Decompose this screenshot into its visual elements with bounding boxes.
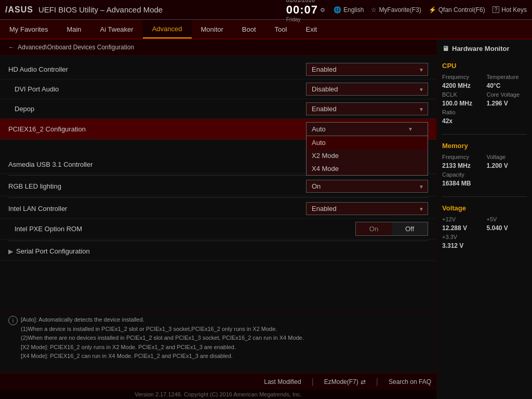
hotkeys-tool[interactable]: ? Hot Keys — [493, 6, 527, 14]
info-line-1: [Auto]: Automatically detects the device… — [21, 315, 304, 325]
hw-section-voltage-title: Voltage — [442, 204, 527, 212]
hw-section-cpu-title: CPU — [442, 62, 527, 70]
hw-voltage-grid: +12V +5V 12.288 V 5.040 V +3.3V 3.312 V — [442, 216, 527, 249]
setting-serial-port[interactable]: ▶ Serial Port Configuration — [0, 242, 436, 261]
separator-3 — [8, 241, 428, 241]
search-faq-item[interactable]: Search on FAQ — [389, 378, 431, 385]
hw-mem-cap-value: 16384 MB — [442, 180, 483, 187]
main-nav: My Favorites Main Ai Tweaker Advanced Mo… — [0, 20, 532, 39]
hw-memory-grid: Frequency Voltage 2133 MHz 1.200 V Capac… — [442, 154, 527, 187]
hw-cpu-temp-value: 40°C — [487, 82, 527, 89]
qfan-label: Qfan Control(F6) — [438, 6, 485, 14]
setting-pciex16-config[interactable]: PCIEX16_2 Configuration Auto Auto X2 Mod… — [0, 119, 436, 140]
setting-control-dvi-port-audio: Disabled Enabled — [306, 83, 428, 96]
setting-control-pciex16-config: Auto Auto X2 Mode X4 Mode — [306, 122, 428, 136]
ez-mode-icon: ⇄ — [361, 378, 366, 385]
hw-cpu-bclk-label: BCLK — [442, 91, 483, 98]
separator-2 — [8, 197, 428, 198]
dropdown-dvi-port-audio[interactable]: Disabled Enabled — [306, 83, 428, 96]
dropdown-rgb-led[interactable]: On Off — [306, 180, 428, 193]
setting-intel-lan[interactable]: Intel LAN Controller Enabled Disabled — [0, 199, 436, 219]
last-modified-item: Last Modified — [264, 378, 301, 385]
last-modified-label: Last Modified — [264, 378, 301, 385]
toggle-btn-off[interactable]: Off — [392, 222, 428, 235]
nav-item-monitor[interactable]: Monitor — [192, 20, 233, 38]
dropdown-select-hd-audio[interactable]: Enabled Disabled — [306, 63, 428, 76]
favorite-label: MyFavorite(F3) — [379, 6, 421, 14]
bottom-bar: Last Modified | EzMode(F7) ⇄ | Search on… — [0, 373, 436, 390]
settings-icon[interactable]: ⚙ — [320, 7, 325, 14]
hotkeys-icon: ? — [493, 6, 500, 13]
nav-item-boot[interactable]: Boot — [233, 20, 265, 38]
dropdown-depop[interactable]: Enabled Disabled — [306, 102, 428, 115]
search-faq-label: Search on FAQ — [389, 378, 431, 385]
hw-v12-value: 12.288 V — [442, 224, 483, 232]
hw-cpu-corevolt-value: 1.296 V — [487, 100, 527, 107]
dropdown-hd-audio[interactable]: Enabled Disabled — [306, 63, 428, 76]
dropdown-select-rgb-led[interactable]: On Off — [306, 180, 428, 193]
setting-label-pciex16-config: PCIEX16_2 Configuration — [8, 125, 306, 133]
nav-item-main[interactable]: Main — [57, 20, 90, 38]
bottom-bar-divider-1: | — [312, 377, 314, 387]
setting-hd-audio[interactable]: HD Audio Controller Enabled Disabled — [0, 60, 436, 79]
dropdown-option-x4[interactable]: X4 Mode — [307, 162, 428, 175]
setting-dvi-port-audio[interactable]: DVI Port Audio Disabled Enabled — [0, 79, 436, 99]
dropdown-select-dvi-port-audio[interactable]: Disabled Enabled — [306, 83, 428, 96]
setting-label-intel-lan: Intel LAN Controller — [8, 205, 306, 212]
nav-item-advanced[interactable]: Advanced — [143, 20, 192, 38]
qfan-tool[interactable]: ⚡ Qfan Control(F6) — [429, 6, 485, 14]
toggle-intel-pxe: On Off — [355, 222, 428, 236]
setting-label-serial-port: Serial Port Configuration — [16, 247, 428, 255]
dropdown-option-auto[interactable]: Auto — [307, 136, 428, 149]
info-text: [Auto]: Automatically detects the device… — [21, 315, 304, 361]
hw-cpu-ratio-spacer — [487, 109, 527, 115]
hw-cpu-freq-label: Frequency — [442, 74, 483, 80]
datetime-block: 01/01/2016 00:07 ⚙ Friday — [286, 0, 325, 22]
setting-rgb-led[interactable]: RGB LED lighting On Off — [0, 177, 436, 196]
ez-mode-item[interactable]: EzMode(F7) ⇄ — [324, 378, 366, 385]
info-panel: i [Auto]: Automatically detects the devi… — [0, 311, 436, 373]
main-panel: ← Advanced\Onboard Devices Configuration… — [0, 39, 436, 399]
qfan-icon: ⚡ — [429, 6, 436, 14]
hw-mem-freq-value: 2133 MHz — [442, 162, 483, 169]
setting-label-hd-audio: HD Audio Controller — [8, 65, 306, 73]
nav-item-my-favorites[interactable]: My Favorites — [0, 20, 57, 38]
nav-item-ai-tweaker[interactable]: Ai Tweaker — [91, 20, 143, 38]
language-tool[interactable]: 🌐 English — [334, 6, 364, 14]
setting-control-rgb-led: On Off — [306, 180, 428, 193]
dropdown-open-btn-pciex16[interactable]: Auto — [306, 122, 428, 136]
info-line-3: (2)When there are no devices installed i… — [21, 334, 304, 343]
setting-intel-pxe[interactable]: Intel PXE Option ROM On Off — [0, 219, 436, 240]
dropdown-open-pciex16[interactable]: Auto Auto X2 Mode X4 Mode — [306, 122, 428, 136]
copyright-text: Version 2.17.1246. Copyright (C) 2016 Am… — [135, 391, 302, 397]
toggle-btn-on[interactable]: On — [356, 222, 392, 235]
setting-depop[interactable]: Depop Enabled Disabled — [0, 99, 436, 119]
setting-control-hd-audio: Enabled Disabled — [306, 63, 428, 76]
setting-control-depop: Enabled Disabled — [306, 102, 428, 115]
dropdown-select-intel-lan[interactable]: Enabled Disabled — [306, 202, 428, 215]
setting-label-rgb-led: RGB LED lighting — [8, 182, 306, 190]
hw-cpu-bclk-value: 100.0 MHz — [442, 100, 483, 107]
hw-section-memory-title: Memory — [442, 142, 527, 150]
hw-mem-freq-label: Frequency — [442, 154, 483, 160]
hw-mem-volt-value: 1.200 V — [487, 162, 527, 169]
header-tools: 🌐 English ☆ MyFavorite(F3) ⚡ Qfan Contro… — [334, 6, 527, 14]
dropdown-option-x2[interactable]: X2 Mode — [307, 149, 428, 162]
back-arrow[interactable]: ← — [8, 44, 15, 51]
language-label: English — [343, 6, 364, 14]
header-title: UEFI BIOS Utility – Advanced Mode — [38, 5, 163, 14]
hw-mem-cap-label: Capacity — [442, 171, 483, 178]
dropdown-intel-lan[interactable]: Enabled Disabled — [306, 202, 428, 215]
favorite-tool[interactable]: ☆ MyFavorite(F3) — [371, 6, 421, 14]
info-icon: i — [8, 316, 18, 325]
hw-monitor-panel: 🖥 Hardware Monitor CPU Frequency Tempera… — [436, 39, 532, 399]
hw-v33-label: +3.3V — [442, 234, 483, 240]
nav-item-exit[interactable]: Exit — [296, 20, 326, 38]
hw-cpu-grid: Frequency Temperature 4200 MHz 40°C BCLK… — [442, 74, 527, 125]
favorite-icon: ☆ — [371, 6, 377, 14]
hw-panel-title: 🖥 Hardware Monitor — [442, 45, 527, 52]
nav-item-tool[interactable]: Tool — [265, 20, 297, 38]
hw-v5-value: 5.040 V — [487, 224, 527, 232]
hw-mem-volt-label: Voltage — [487, 154, 527, 160]
dropdown-select-depop[interactable]: Enabled Disabled — [306, 102, 428, 115]
